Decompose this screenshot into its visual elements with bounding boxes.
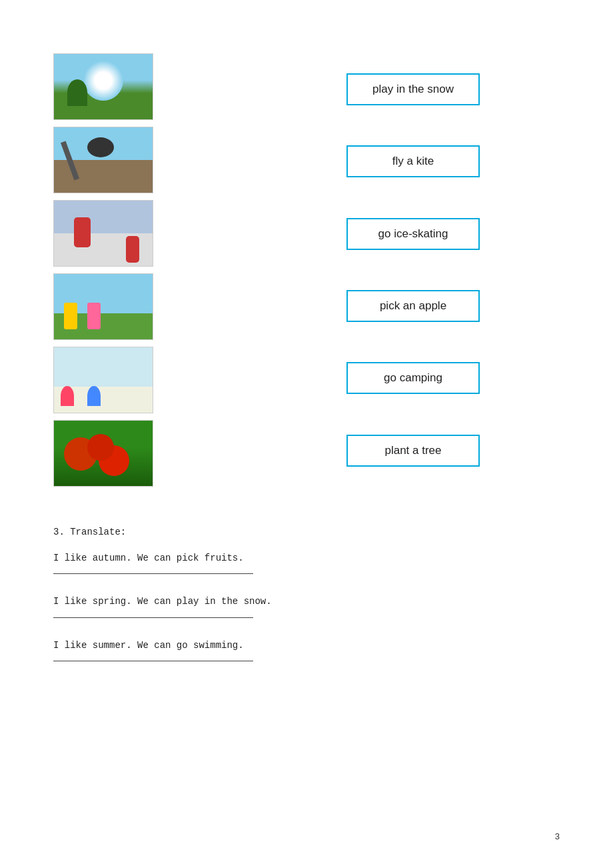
image-1: [53, 53, 153, 120]
labels-column: play in the snow fly a kite go ice-skati…: [160, 53, 560, 487]
image-4: [53, 273, 153, 340]
image-5: [53, 347, 153, 413]
translate-sentence-3: I like summer. We can go swimming.: [53, 638, 560, 653]
section-title: 3. Translate:: [53, 527, 560, 537]
translate-item-1: I like autumn. We can pick fruits.: [53, 551, 560, 574]
label-fly-a-kite[interactable]: fly a kite: [346, 145, 480, 177]
label-go-camping[interactable]: go camping: [346, 362, 480, 394]
label-play-in-snow[interactable]: play in the snow: [346, 73, 480, 105]
translate-item-3: I like summer. We can go swimming.: [53, 638, 560, 661]
label-pick-an-apple[interactable]: pick an apple: [346, 290, 480, 322]
translate-sentence-1: I like autumn. We can pick fruits.: [53, 551, 560, 565]
label-go-ice-skating[interactable]: go ice-skating: [346, 218, 480, 250]
page-number: 3: [555, 831, 560, 841]
translate-sentence-2: I like spring. We can play in the snow.: [53, 594, 560, 609]
translate-item-2: I like spring. We can play in the snow.: [53, 594, 560, 617]
images-column: [53, 53, 160, 487]
translate-section: 3. Translate: I like autumn. We can pick…: [53, 527, 560, 661]
image-6: [53, 420, 153, 487]
matching-section: play in the snow fly a kite go ice-skati…: [53, 53, 560, 487]
image-2: [53, 127, 153, 193]
answer-line-2: [53, 617, 253, 618]
label-plant-a-tree[interactable]: plant a tree: [346, 435, 480, 467]
answer-line-1: [53, 573, 253, 574]
answer-line-3: [53, 661, 253, 661]
image-3: [53, 200, 153, 267]
